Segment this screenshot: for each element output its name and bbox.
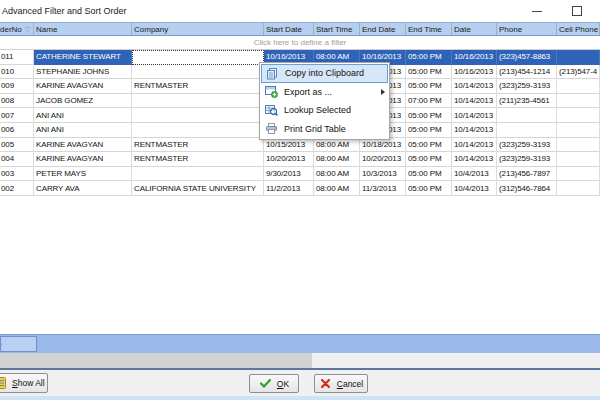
cell-phone[interactable]: [497, 123, 557, 138]
column-header-cell_phone[interactable]: Cell Phone: [557, 23, 600, 35]
maximize-button[interactable]: [557, 0, 597, 22]
cell-date[interactable]: 10/4/2013: [452, 181, 497, 196]
cell-name[interactable]: STEPHANIE JOHNS: [34, 65, 132, 80]
cell-date[interactable]: 10/16/2013: [452, 65, 497, 80]
cell-order_no[interactable]: 004: [0, 152, 34, 167]
cell-date[interactable]: 10/14/2013: [452, 94, 497, 109]
cell-order_no[interactable]: 009: [0, 79, 34, 94]
cell-end_time[interactable]: 05:00 PM: [406, 123, 452, 138]
cell-cell_phone[interactable]: [557, 79, 600, 94]
cell-name[interactable]: PETER MAYS: [34, 167, 132, 182]
menu-item-copy-into-clipboard[interactable]: Copy into Clipboard: [261, 64, 388, 83]
menu-item-lookup-selected[interactable]: Lookup Selected: [261, 101, 388, 120]
cell-order_no[interactable]: 008: [0, 94, 34, 109]
cell-phone[interactable]: (323)259-3193: [497, 79, 557, 94]
minimize-button[interactable]: [517, 0, 557, 22]
cell-date[interactable]: 10/14/2013: [452, 108, 497, 123]
column-header-start_time[interactable]: Start Time: [314, 23, 360, 35]
cell-company[interactable]: RENTMASTER: [132, 138, 264, 153]
cell-end_time[interactable]: 05:00 PM: [406, 79, 452, 94]
cell-end_time[interactable]: 05:00 PM: [406, 138, 452, 153]
cell-cell_phone[interactable]: [557, 167, 600, 182]
filter-row[interactable]: Click here to define a filter: [0, 36, 600, 50]
cell-phone[interactable]: (323)259-3193: [497, 152, 557, 167]
cell-order_no[interactable]: 003: [0, 167, 34, 182]
cell-date[interactable]: 10/16/2013: [452, 50, 497, 65]
cell-end_time[interactable]: 05:00 PM: [406, 108, 452, 123]
cell-company[interactable]: RENTMASTER: [132, 152, 264, 167]
cell-end_time[interactable]: 05:00 PM: [406, 152, 452, 167]
cell-end_date[interactable]: 11/3/2013: [360, 181, 406, 196]
column-header-date[interactable]: Date: [452, 23, 497, 35]
cell-order_no[interactable]: 010: [0, 65, 34, 80]
cell-order_no[interactable]: 002: [0, 181, 34, 196]
cell-start_date[interactable]: 11/2/2013: [264, 181, 314, 196]
column-header-company[interactable]: Company: [132, 23, 264, 35]
cell-name[interactable]: ANI ANI: [34, 123, 132, 138]
column-header-end_time[interactable]: End Time: [406, 23, 452, 35]
cell-end_time[interactable]: 05:00 PM: [406, 167, 452, 182]
cell-start_time[interactable]: 08:00 AM: [314, 167, 360, 182]
cell-name[interactable]: JACOB GOMEZ: [34, 94, 132, 109]
cell-phone[interactable]: [497, 108, 557, 123]
cell-name[interactable]: CARRY AVA: [34, 181, 132, 196]
cell-cell_phone[interactable]: [557, 138, 600, 153]
column-header-end_date[interactable]: End Date: [360, 23, 406, 35]
cell-date[interactable]: 10/14/2013: [452, 152, 497, 167]
cell-end_time[interactable]: 07:00 PM: [406, 94, 452, 109]
cell-phone[interactable]: (323)457-8863: [497, 50, 557, 65]
cell-end_date[interactable]: 10/3/2013: [360, 167, 406, 182]
table-row[interactable]: 002CARRY AVACALIFORNIA STATE UNIVERSITY1…: [0, 181, 600, 196]
cell-company[interactable]: [132, 123, 264, 138]
cell-cell_phone[interactable]: [557, 123, 600, 138]
column-header-name[interactable]: Name: [34, 23, 132, 35]
cell-cell_phone[interactable]: [557, 181, 600, 196]
cell-cell_phone[interactable]: [557, 94, 600, 109]
cell-start_time[interactable]: 08:00 AM: [314, 181, 360, 196]
cancel-button[interactable]: Cancel: [314, 374, 368, 393]
column-header-start_date[interactable]: Start Date: [264, 23, 314, 35]
cell-start_date[interactable]: 10/20/2013: [264, 152, 314, 167]
cell-end_time[interactable]: 05:00 PM: [406, 181, 452, 196]
cell-end_date[interactable]: 10/20/2013: [360, 152, 406, 167]
cell-name[interactable]: KARINE AVAGYAN: [34, 79, 132, 94]
scrollbar-thumb[interactable]: [0, 353, 312, 368]
menu-item-export-as[interactable]: Export as ...: [261, 83, 388, 102]
cell-phone[interactable]: (211)235-4561: [497, 94, 557, 109]
cell-order_no[interactable]: 011: [0, 50, 34, 65]
cell-phone[interactable]: (213)456-7897: [497, 167, 557, 182]
cell-date[interactable]: 10/4/2013: [452, 167, 497, 182]
cell-date[interactable]: 10/14/2013: [452, 123, 497, 138]
cell-start_date[interactable]: 9/30/2013: [264, 167, 314, 182]
cell-company[interactable]: [132, 94, 264, 109]
cell-cell_phone[interactable]: [557, 152, 600, 167]
cell-order_no[interactable]: 007: [0, 108, 34, 123]
cell-company[interactable]: RENTMASTER: [132, 79, 264, 94]
cell-company[interactable]: [132, 167, 264, 182]
cell-cell_phone[interactable]: [557, 50, 600, 65]
table-row[interactable]: 004KARINE AVAGYANRENTMASTER10/20/201308:…: [0, 152, 600, 167]
cell-company[interactable]: [132, 50, 264, 65]
cell-end_time[interactable]: 05:00 PM: [406, 50, 452, 65]
ok-button[interactable]: OK: [249, 374, 299, 393]
cell-cell_phone[interactable]: (213)547-4: [557, 65, 600, 80]
cell-name[interactable]: CATHERINE STEWART: [34, 50, 132, 65]
cell-name[interactable]: KARINE AVAGYAN: [34, 152, 132, 167]
show-all-button[interactable]: Show All: [0, 373, 48, 393]
horizontal-scrollbar[interactable]: [0, 353, 600, 368]
cell-company[interactable]: [132, 108, 264, 123]
table-row[interactable]: 003PETER MAYS9/30/201308:00 AM10/3/20130…: [0, 167, 600, 182]
cell-phone[interactable]: (323)259-3193: [497, 138, 557, 153]
cell-phone[interactable]: (312)546-7864: [497, 181, 557, 196]
cell-name[interactable]: ANI ANI: [34, 108, 132, 123]
cell-date[interactable]: 10/14/2013: [452, 138, 497, 153]
cell-end_time[interactable]: 05:00 PM: [406, 65, 452, 80]
cell-cell_phone[interactable]: [557, 108, 600, 123]
cell-order_no[interactable]: 006: [0, 123, 34, 138]
column-header-phone[interactable]: Phone: [497, 23, 557, 35]
cell-company[interactable]: [132, 65, 264, 80]
cell-date[interactable]: 10/14/2013: [452, 79, 497, 94]
cell-order_no[interactable]: 005: [0, 138, 34, 153]
menu-item-print-grid-table[interactable]: Print Grid Table: [261, 120, 388, 139]
cell-name[interactable]: KARINE AVAGYAN: [34, 138, 132, 153]
